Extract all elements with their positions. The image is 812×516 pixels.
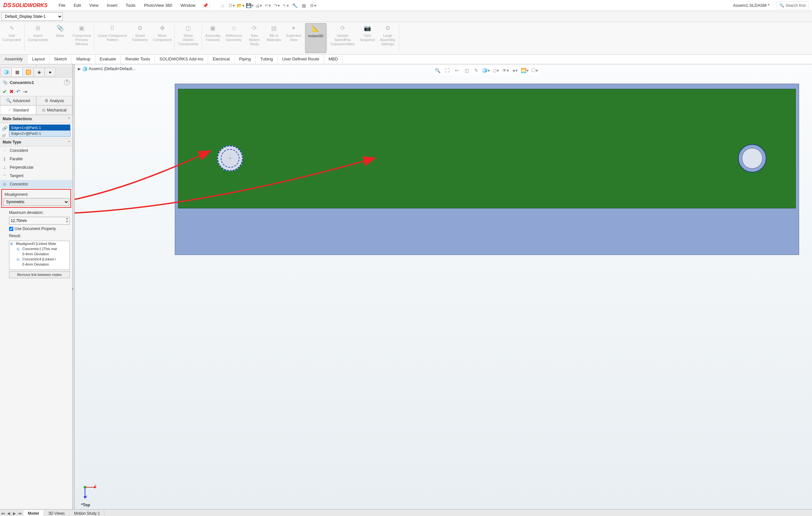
ok-button[interactable]: ✔ [3,89,7,95]
menu-window[interactable]: Window [177,1,199,10]
result-tree-item[interactable]: 0.4mm Deviation [9,251,69,257]
next-tab-icon[interactable]: ▶ [11,511,18,516]
ribbon-btn-show-hidden-components[interactable]: ◫ShowHiddenComponents [175,23,201,53]
last-tab-icon[interactable]: ⏭ [18,511,23,516]
graphics-area[interactable]: ▶ 🧊 Assem1 (Default<Default... 🔍 ⛶ ↩ ◫ ✎… [75,64,812,509]
file-props-icon[interactable]: ▦ [300,2,308,9]
zoom-area-icon[interactable]: ⛶ [443,66,452,75]
rebuild-icon[interactable]: 🔧 [291,2,299,9]
ribbon-btn-edit-component[interactable]: ✎EditComponent [0,23,24,53]
appearance-tab[interactable]: ● [45,67,56,77]
misalignment-select[interactable]: Symmetric [3,198,69,206]
remove-link-button[interactable]: Remove link between mates [9,271,70,278]
property-manager-tab[interactable]: ▦ [11,67,23,77]
part-green-plate[interactable]: + [178,89,796,208]
dynamic-annot-icon[interactable]: ✎ [472,66,481,75]
hole-2[interactable] [738,144,766,173]
tab-analysis[interactable]: ⚙Analysis [36,96,72,105]
ribbon-tab-sketch[interactable]: Sketch [50,55,72,64]
breadcrumb[interactable]: ▶ 🧊 Assem1 (Default<Default... [78,66,135,71]
mate-type-header[interactable]: Mate Type ˄ [0,138,72,146]
triangle-right-icon[interactable]: ▶ [78,66,81,71]
ribbon-btn-large-assembly-settings[interactable]: ⚙LargeAssemblySettings [377,23,398,53]
result-tree-item[interactable]: ⊛Misaligned3 [Linked Mate [9,241,69,246]
result-tree-item[interactable]: 0.4mm Deviation [9,262,69,267]
ribbon-btn-update-speedpak-subassemblies[interactable]: ⟳UpdateSpeedPakSubassemblies [328,23,357,53]
select-icon[interactable]: ↖▾ [282,2,290,9]
ribbon-btn-assembly-features[interactable]: ▣AssemblyFeatures [203,23,223,53]
max-deviation-input[interactable] [9,217,70,225]
ribbon-btn-new-motion-study[interactable]: ⟳NewMotionStudy [244,23,264,53]
tab-mechanical[interactable]: ⊙Mechanical [36,105,72,115]
mate-type-parallel[interactable]: ∥Parallel [0,155,72,163]
spinner-down-icon[interactable]: ▼ [66,220,68,223]
undo-icon[interactable]: ↶▾ [264,2,272,9]
view-orient-icon[interactable]: 🧊▾ [482,66,490,75]
cancel-button[interactable]: ✖ [9,89,13,95]
display-style-icon[interactable]: ◻▾ [491,66,500,75]
ribbon-btn-linear-component-pattern[interactable]: ⠿Linear ComponentPattern [95,23,129,53]
mate-selections-header[interactable]: Mate Selections ˄ [0,115,72,123]
pin-icon[interactable]: 📌 [203,3,208,8]
ribbon-tab-mbd[interactable]: MBD [324,55,343,64]
ribbon-btn-take-snapshot[interactable]: 📷TakeSnapshot [357,23,377,53]
selection-item-2[interactable]: Edge<2>@Part2-1 [9,131,70,136]
ribbon-btn-bill-of-materials[interactable]: ▤Bill ofMaterials [264,23,284,53]
print-icon[interactable]: 🖨▾ [255,2,263,9]
ribbon-tab-electrical[interactable]: Electrical [208,55,235,64]
swap-icon[interactable]: ⇄ [2,133,7,138]
mate-type-concentric[interactable]: ◎Concentric [0,180,72,189]
ribbon-btn-instant3d[interactable]: 📐Instant3D [306,23,326,53]
redo-icon[interactable]: ↷▾ [273,2,281,9]
ribbon-btn-reference-geometry[interactable]: ◇ReferenceGeometry [223,23,245,53]
menu-edit[interactable]: Edit [70,1,85,10]
ribbon-btn-exploded-view[interactable]: ✦ExplodedView [284,23,304,53]
result-tree-item[interactable]: ◎Concentric1 [This mat [9,246,69,251]
apply-scene-icon[interactable]: 🌅▾ [521,66,529,75]
prev-view-icon[interactable]: ↩ [453,66,461,75]
menu-file[interactable]: File [55,1,69,10]
view-settings-icon[interactable]: 🖵▾ [530,66,539,75]
display-state-select[interactable]: Default_Display State-1 [1,12,63,21]
ribbon-btn-mate[interactable]: 📎Mate [50,23,70,53]
view-triad[interactable]: x z [81,483,97,499]
ribbon-tab-markup[interactable]: Markup [72,55,95,64]
dimxpert-tab[interactable]: ◈ [34,67,45,77]
ribbon-tab-user-defined-route[interactable]: User Defined Route [278,55,324,64]
edit-appearance-icon[interactable]: ●▾ [511,66,519,75]
mate-type-coincident[interactable]: ⟋Coincident [0,146,72,155]
chevron-up-icon[interactable]: ˄ [68,117,70,121]
open-icon[interactable]: 📂▾ [237,2,244,9]
hole-1-selected[interactable]: + [217,145,243,171]
pushpin-button[interactable]: ⇥ [23,89,27,95]
mate-type-tangent[interactable]: ◠Tangent [0,172,72,180]
spinner-up-icon[interactable]: ▲ [66,217,68,220]
panel-grip[interactable]: ○ [0,64,72,67]
use-doc-property-checkbox[interactable] [9,227,13,231]
home-icon[interactable]: ⌂ [219,2,227,9]
save-icon[interactable]: 💾▾ [246,2,254,9]
ribbon-tab-render-tools[interactable]: Render Tools [121,55,155,64]
help-icon[interactable]: ? [64,80,70,85]
first-tab-icon[interactable]: ⏮ [0,511,6,516]
ribbon-tab-tubing[interactable]: Tubing [256,55,278,64]
ribbon-tab-assembly[interactable]: Assembly [0,55,27,64]
ribbon-btn-move-component[interactable]: ✥MoveComponent [151,23,174,53]
tab-standard[interactable]: ⟋Standard [0,105,36,115]
hide-show-icon[interactable]: 👁▾ [501,66,510,75]
undo-button[interactable]: ↶ [16,89,20,95]
menu-view[interactable]: View [86,1,103,10]
tab-advanced[interactable]: 🔍Advanced [0,96,36,105]
ribbon-tab-evaluate[interactable]: Evaluate [95,55,121,64]
ribbon-tab-piping[interactable]: Piping [235,55,256,64]
menu-tools[interactable]: Tools [122,1,139,10]
prev-tab-icon[interactable]: ◀ [6,511,11,516]
ribbon-btn-smart-fasteners[interactable]: ⚙SmartFasteners [129,23,151,53]
options-icon[interactable]: ⚙▾ [309,2,317,9]
zoom-fit-icon[interactable]: 🔍 [433,66,442,75]
mate-type-perpendicular[interactable]: ⊥Perpendicular [0,163,72,172]
result-tree[interactable]: ⊛Misaligned3 [Linked Mate◎Concentric1 [T… [9,241,70,270]
entities-icon[interactable]: 🔗 [2,126,7,131]
tab-3d-views[interactable]: 3D Views [44,510,69,516]
ribbon-tab-solidworks-add-ins[interactable]: SOLIDWORKS Add-Ins [155,55,208,64]
